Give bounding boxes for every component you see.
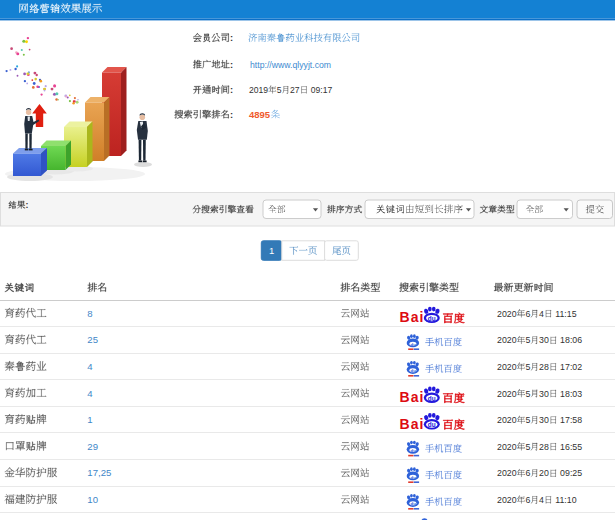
svg-text:5: 5 (525, 389, 530, 399)
svg-text:30: 30 (539, 415, 549, 425)
svg-text::: : (230, 60, 233, 70)
svg-text:2020: 2020 (497, 309, 517, 319)
svg-text:5: 5 (525, 362, 530, 372)
svg-text:11:15: 11:15 (555, 309, 576, 319)
svg-text:28: 28 (539, 442, 549, 452)
svg-text:1: 1 (269, 245, 274, 256)
svg-text:2020: 2020 (497, 389, 517, 399)
svg-text:2020: 2020 (497, 362, 517, 372)
svg-text:17,25: 17,25 (87, 467, 111, 478)
svg-text:29: 29 (87, 441, 98, 452)
svg-text:4: 4 (539, 495, 544, 505)
svg-text:du: du (411, 475, 417, 480)
svg-text:6: 6 (525, 495, 530, 505)
svg-text:Bai: Bai (400, 309, 425, 325)
svg-text:2020: 2020 (497, 415, 517, 425)
svg-text:25: 25 (87, 334, 98, 345)
svg-text:du: du (411, 342, 417, 347)
svg-text:17:58: 17:58 (560, 415, 582, 425)
svg-text:09:25: 09:25 (560, 468, 582, 478)
svg-text:5: 5 (525, 442, 530, 452)
svg-text:4: 4 (87, 388, 93, 399)
svg-text:8: 8 (87, 308, 92, 319)
svg-text:du: du (428, 315, 436, 322)
svg-text:09:17: 09:17 (311, 85, 333, 95)
svg-text:Bai: Bai (400, 389, 425, 405)
svg-text:4: 4 (87, 361, 93, 372)
svg-text:2020: 2020 (497, 495, 517, 505)
svg-text:4: 4 (539, 309, 544, 319)
svg-text:16:55: 16:55 (560, 442, 582, 452)
svg-text:6: 6 (525, 468, 530, 478)
svg-text:4895: 4895 (249, 109, 271, 120)
svg-text:2020: 2020 (497, 335, 517, 345)
svg-text::: : (230, 33, 233, 43)
svg-text:17:02: 17:02 (560, 362, 582, 372)
svg-text:du: du (428, 395, 436, 402)
svg-text:du: du (411, 448, 417, 453)
svg-text:11:10: 11:10 (555, 495, 576, 505)
svg-text:du: du (428, 421, 436, 428)
svg-text:du: du (411, 368, 417, 373)
svg-text:30: 30 (539, 389, 549, 399)
svg-text::: : (26, 200, 29, 210)
svg-text:28: 28 (539, 362, 549, 372)
svg-text:2020: 2020 (497, 468, 517, 478)
svg-text:http://www.qlyyjt.com: http://www.qlyyjt.com (250, 60, 331, 70)
svg-text:27: 27 (290, 85, 300, 95)
svg-text:5: 5 (525, 335, 530, 345)
svg-text:1: 1 (87, 414, 92, 425)
svg-text:5: 5 (525, 415, 530, 425)
svg-text:2020: 2020 (497, 442, 517, 452)
svg-text:Bai: Bai (400, 416, 425, 432)
svg-text::: : (230, 85, 233, 95)
svg-text:30: 30 (539, 335, 549, 345)
svg-text:18:03: 18:03 (560, 389, 582, 399)
svg-text:20: 20 (539, 468, 549, 478)
svg-text:5: 5 (277, 85, 282, 95)
svg-text:du: du (411, 501, 417, 506)
svg-text:6: 6 (525, 309, 530, 319)
svg-text:10: 10 (87, 494, 98, 505)
svg-text:18:06: 18:06 (560, 335, 582, 345)
svg-text:2019: 2019 (249, 85, 268, 95)
svg-text::: : (230, 110, 233, 120)
